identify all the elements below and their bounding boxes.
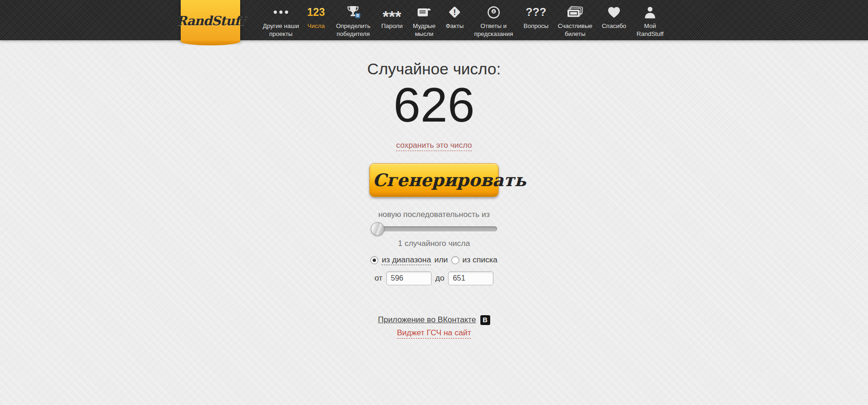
slider-knob[interactable] xyxy=(371,222,384,236)
content-area: Случайное число: 626 сохранить это число… xyxy=(0,60,868,339)
eight-glyph: 8 xyxy=(493,9,495,14)
nav-item-passwords[interactable]: *** Пароли xyxy=(381,4,403,30)
nav-label: Другие наши проекты xyxy=(261,22,301,38)
nav-label: Спасибо xyxy=(602,22,626,30)
from-label: от xyxy=(375,274,383,283)
nav-item-numbers[interactable]: 123 Числа xyxy=(307,4,325,30)
nav-item-pick-winner[interactable]: В Определить победителя xyxy=(331,4,375,38)
or-label: или xyxy=(434,255,448,265)
logo-ribbon[interactable]: RandStuff xyxy=(181,0,240,41)
save-number-link[interactable]: сохранить это число xyxy=(396,141,472,151)
generate-button[interactable]: Сгенерировать xyxy=(369,163,499,197)
list-radio[interactable] xyxy=(451,256,459,264)
exclamation-diamond-icon: ! xyxy=(447,4,462,21)
random-number-value: 626 xyxy=(0,83,868,128)
nav-label: Вопросы xyxy=(523,22,548,30)
logo-text: RandStuff xyxy=(177,14,244,28)
vk-app-link[interactable]: Приложение во ВКонтакте xyxy=(378,315,476,325)
trophy-vk-icon: В xyxy=(346,4,360,21)
range-radio[interactable] xyxy=(370,256,378,264)
nav-label: Ответы и предсказания xyxy=(470,22,517,38)
nav-label: Мой RandStuff xyxy=(633,22,668,38)
numbers-123-icon: 123 xyxy=(307,4,325,21)
nav-label: Счастливые билеты xyxy=(555,22,595,38)
nav-label: Определить победителя xyxy=(331,22,375,38)
to-input[interactable] xyxy=(448,271,493,285)
range-inputs-row: от до xyxy=(0,271,868,285)
vk-icon[interactable]: В xyxy=(480,315,490,325)
page-title: Случайное число: xyxy=(0,60,868,78)
exclamation-glyph: ! xyxy=(453,8,456,17)
tickets-icon xyxy=(567,4,583,21)
nav-item-wise-thoughts[interactable]: Мудрые мысли xyxy=(409,4,439,38)
widget-link[interactable]: Виджет ГСЧ на сайт xyxy=(397,328,471,339)
eight-ball-icon: 8 xyxy=(487,4,500,21)
list-option-label[interactable]: из списка xyxy=(463,255,498,265)
nav-label: Числа xyxy=(308,22,325,30)
nav-item-thanks[interactable]: Спасибо xyxy=(602,4,626,30)
range-option-link[interactable]: из диапазона xyxy=(382,255,431,265)
question-marks-icon: ??? xyxy=(526,4,546,21)
top-navigation-bar: RandStuff Другие наши проекты 123 Числа xyxy=(0,0,868,40)
nav-item-my-randstuff[interactable]: Мой RandStuff xyxy=(633,4,668,38)
from-input[interactable] xyxy=(386,271,432,285)
footer-links: Приложение во ВКонтакте В Виджет ГСЧ на … xyxy=(0,315,868,339)
nav-item-facts[interactable]: ! Факты xyxy=(446,4,463,30)
slider-track[interactable] xyxy=(375,226,497,231)
vk-badge-letter: В xyxy=(356,13,359,18)
dots-icon xyxy=(272,4,289,21)
main-nav: Другие наши проекты 123 Числа В Определи… xyxy=(261,0,668,44)
count-label: 1 случайного числа xyxy=(0,239,868,248)
user-icon xyxy=(643,4,657,21)
nav-label: Мудрые мысли xyxy=(409,22,439,38)
scroll-icon xyxy=(417,4,432,21)
sequence-label: новую последовательность из xyxy=(0,210,868,219)
nav-item-lucky-tickets[interactable]: Счастливые билеты xyxy=(555,4,595,38)
nav-item-questions[interactable]: ??? Вопросы xyxy=(523,4,548,30)
sequence-slider xyxy=(371,222,497,235)
asterisks-icon: *** xyxy=(383,8,401,25)
nav-item-other-projects[interactable]: Другие наши проекты xyxy=(261,4,301,38)
source-options-row: из диапазона или из списка xyxy=(0,255,868,265)
to-label: до xyxy=(435,274,444,283)
nav-label: Факты xyxy=(446,22,463,30)
heart-icon xyxy=(607,4,621,21)
nav-item-answers-predictions[interactable]: 8 Ответы и предсказания xyxy=(470,4,517,38)
